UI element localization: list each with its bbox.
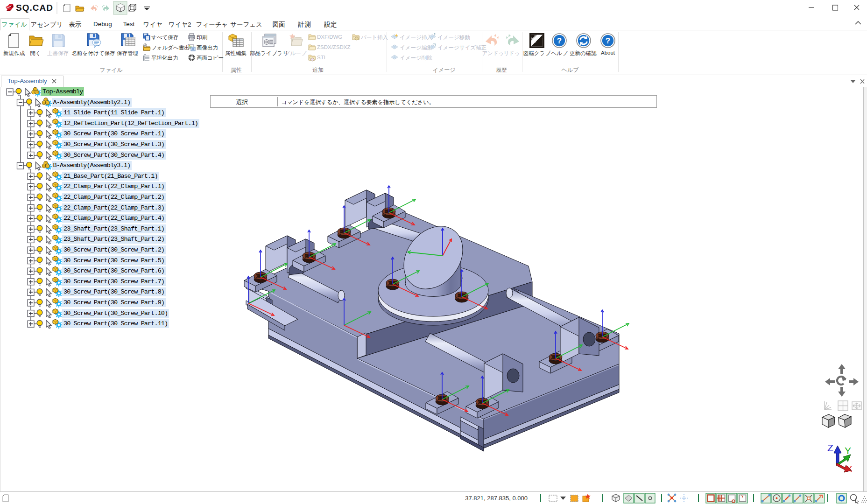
svg-text:Z: Z <box>827 442 833 453</box>
svg-text:Y: Y <box>845 445 851 456</box>
